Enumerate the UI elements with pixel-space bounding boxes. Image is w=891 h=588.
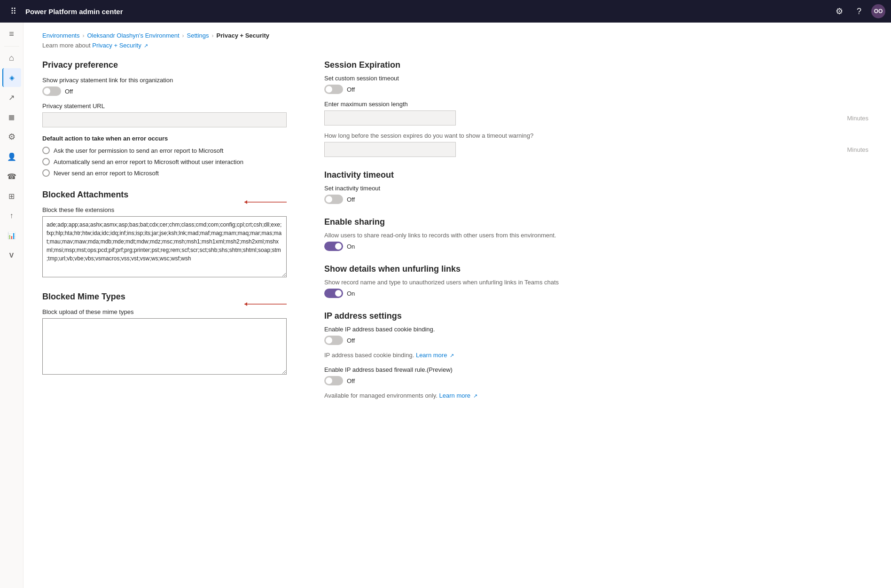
- blocked-attachments-section: Block these file extensions ade;adp;app;…: [42, 206, 287, 279]
- avatar[interactable]: OO: [871, 4, 885, 18]
- cookie-external-icon: ↗: [450, 353, 454, 358]
- sharing-toggle-label: On: [347, 243, 355, 250]
- cookie-learn-more-link[interactable]: Learn more: [416, 352, 447, 359]
- sidebar-item-support[interactable]: ☎: [2, 167, 21, 186]
- learn-more-link[interactable]: Privacy + Security: [92, 42, 141, 49]
- sidebar-item-trials[interactable]: ⊞: [2, 187, 21, 205]
- settings-icon[interactable]: ⚙: [832, 4, 847, 19]
- inactivity-toggle[interactable]: [324, 195, 343, 204]
- show-privacy-label: Show privacy statement link for this org…: [42, 77, 287, 84]
- sidebar-item-environments[interactable]: ◈: [2, 68, 21, 87]
- warning-label: How long before the session expires do y…: [324, 132, 559, 139]
- firewall-toggle[interactable]: [324, 376, 343, 385]
- sidebar-item-analytics[interactable]: ↗: [2, 88, 21, 107]
- session-expiration-heading: Session Expiration: [324, 60, 872, 70]
- privacy-url-label: Privacy statement URL: [42, 102, 287, 110]
- enable-sharing-heading: Enable sharing: [324, 217, 872, 227]
- privacy-toggle-row: Off: [42, 86, 287, 96]
- sidebar-item-home[interactable]: ⌂: [2, 48, 21, 67]
- breadcrumb-sep2: ›: [182, 32, 184, 39]
- breadcrumb-environments[interactable]: Environments: [42, 32, 79, 39]
- learn-more-bar: Learn more about Privacy + Security ↗: [42, 42, 872, 49]
- enable-sharing-section: Enable sharing Allow users to share read…: [324, 217, 872, 251]
- right-column: Session Expiration Set custom session ti…: [324, 60, 872, 412]
- firewall-external-icon: ↗: [473, 393, 477, 399]
- warning-input[interactable]: [324, 142, 456, 157]
- firewall-sub-text: Available for managed environments only.: [324, 392, 438, 399]
- firewall-label: Enable IP address based firewall rule.(P…: [324, 366, 872, 373]
- session-toggle-label: Off: [347, 86, 355, 93]
- show-details-toggle-label: On: [347, 290, 355, 297]
- breadcrumb-settings[interactable]: Settings: [187, 32, 209, 39]
- two-col-layout: Privacy preference Show privacy statemen…: [42, 60, 872, 412]
- radio-ask-permission[interactable]: Ask the user for permission to send an e…: [42, 147, 287, 154]
- inactivity-toggle-row: Off: [324, 195, 872, 204]
- cookie-toggle-label: Off: [347, 337, 355, 344]
- max-session-unit: Minutes: [847, 115, 868, 122]
- radio-label-auto: Automatically send an error report to Mi…: [54, 158, 243, 165]
- firewall-sublabel: Available for managed environments only.…: [324, 392, 559, 399]
- max-session-input-row: Minutes: [324, 110, 872, 125]
- inactivity-timeout-section: Inactivity timeout Set inactivity timeou…: [324, 170, 872, 204]
- sidebar-item-settings[interactable]: ⚙: [2, 127, 21, 146]
- left-column: Privacy preference Show privacy statemen…: [42, 60, 287, 412]
- ip-address-settings-section: IP address settings Enable IP address ba…: [324, 311, 872, 399]
- sidebar-divider: [4, 46, 19, 47]
- firewall-toggle-label: Off: [347, 377, 355, 384]
- sharing-label: Allow users to share read-only links to …: [324, 232, 559, 239]
- sidebar-item-data[interactable]: 📊: [2, 226, 21, 245]
- session-toggle[interactable]: [324, 85, 343, 94]
- radio-auto-send[interactable]: Automatically send an error report to Mi…: [42, 158, 287, 165]
- radio-circle-auto: [42, 158, 50, 165]
- privacy-preference-heading: Privacy preference: [42, 60, 287, 70]
- show-details-label: Show record name and type to unauthorize…: [324, 279, 559, 286]
- privacy-url-input[interactable]: [42, 112, 287, 127]
- sidebar-item-viva[interactable]: V: [2, 246, 21, 265]
- sidebar-item-upload[interactable]: ↑: [2, 206, 21, 225]
- learn-more-text: Learn more about: [42, 42, 92, 49]
- help-icon[interactable]: ?: [852, 4, 867, 19]
- privacy-toggle[interactable]: [42, 86, 61, 96]
- inactivity-label: Set inactivity timeout: [324, 185, 872, 192]
- radio-never-send[interactable]: Never send an error report to Microsoft: [42, 169, 287, 177]
- cookie-toggle-row: Off: [324, 336, 872, 345]
- show-details-heading: Show details when unfurling links: [324, 264, 872, 274]
- cookie-sub-text: IP address based cookie binding.: [324, 352, 414, 359]
- radio-label-ask: Ask the user for permission to send an e…: [54, 147, 223, 154]
- breadcrumb-environment[interactable]: Oleksandr Olashyn's Environment: [87, 32, 179, 39]
- firewall-toggle-row: Off: [324, 376, 872, 385]
- warning-input-row: Minutes: [324, 142, 872, 157]
- sidebar-item-reports[interactable]: ▦: [2, 108, 21, 126]
- blocked-mime-textarea[interactable]: [42, 318, 287, 375]
- sharing-toggle[interactable]: [324, 242, 343, 251]
- max-session-input[interactable]: [324, 110, 456, 125]
- waffle-icon[interactable]: ⠿: [6, 4, 21, 19]
- breadcrumb-sep3: ›: [212, 32, 214, 39]
- sidebar-item-menu[interactable]: ≡: [2, 24, 21, 43]
- app-title: Power Platform admin center: [25, 8, 827, 16]
- inactivity-toggle-label: Off: [347, 196, 355, 203]
- show-details-toggle[interactable]: [324, 289, 343, 298]
- inactivity-timeout-heading: Inactivity timeout: [324, 170, 872, 180]
- sidebar: ≡ ⌂ ◈ ↗ ▦ ⚙ 👤 ☎ ⊞ ↑ 📊 V: [0, 23, 23, 588]
- blocked-mime-section: Block upload of these mime types: [42, 308, 287, 376]
- main-layout: ≡ ⌂ ◈ ↗ ▦ ⚙ 👤 ☎ ⊞ ↑ 📊 V Environments › O…: [0, 23, 891, 588]
- privacy-toggle-label: Off: [65, 88, 73, 95]
- session-toggle-row: Off: [324, 85, 872, 94]
- radio-circle-ask: [42, 147, 50, 154]
- breadcrumb: Environments › Oleksandr Olashyn's Envir…: [42, 32, 872, 39]
- default-action-label: Default action to take when an error occ…: [42, 135, 287, 142]
- cookie-binding-toggle[interactable]: [324, 336, 343, 345]
- firewall-learn-more-link[interactable]: Learn more: [439, 392, 470, 399]
- svg-marker-1: [244, 200, 247, 204]
- custom-timeout-label: Set custom session timeout: [324, 75, 872, 82]
- top-nav: ⠿ Power Platform admin center ⚙ ? OO: [0, 0, 891, 23]
- breadcrumb-current: Privacy + Security: [217, 32, 269, 39]
- max-session-label: Enter maximum session length: [324, 101, 872, 108]
- blocked-extensions-textarea[interactable]: ade;adp;app;asa;ashx;asmx;asp;bas;bat;cd…: [42, 216, 287, 277]
- warning-unit: Minutes: [847, 146, 868, 153]
- sidebar-item-users[interactable]: 👤: [2, 147, 21, 166]
- session-expiration-section: Session Expiration Set custom session ti…: [324, 60, 872, 157]
- radio-label-never: Never send an error report to Microsoft: [54, 170, 159, 177]
- cookie-binding-label: Enable IP address based cookie binding.: [324, 326, 872, 333]
